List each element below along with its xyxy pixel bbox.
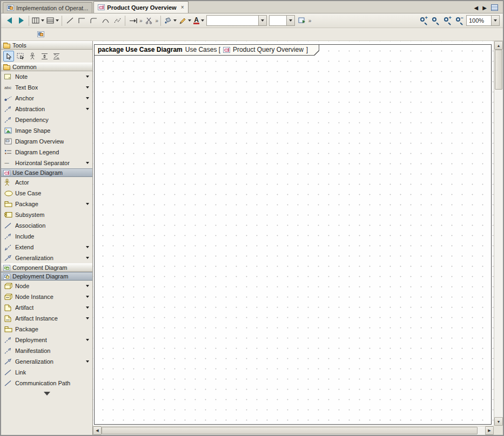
horizontal-scrollbar-track[interactable] <box>102 426 485 435</box>
palette-item-extend[interactable]: Extend <box>1 242 92 253</box>
scroll-down-button[interactable]: ▼ <box>494 417 503 426</box>
combo-dropdown-button[interactable] <box>286 16 294 25</box>
combo-dropdown-button[interactable] <box>491 16 499 25</box>
overflow-icon[interactable]: » <box>156 18 159 24</box>
chevron-down-icon[interactable] <box>173 19 177 22</box>
chevron-down-icon[interactable] <box>86 339 89 341</box>
palette-item-package[interactable]: Package <box>1 199 92 209</box>
diagram-list-icon[interactable] <box>491 4 498 11</box>
scroll-left-button[interactable]: ◀ <box>93 426 102 435</box>
zoom-level-combo[interactable]: 100% <box>466 15 500 26</box>
chevron-down-icon[interactable] <box>86 203 89 205</box>
palette-item-artifact[interactable]: Artifact <box>1 302 92 313</box>
palette-item-diagram-overview[interactable]: Diagram Overview <box>1 136 92 147</box>
back-button[interactable] <box>3 15 15 26</box>
chevron-down-icon[interactable] <box>86 86 89 88</box>
scroll-right-button[interactable]: ▶ <box>485 426 494 435</box>
next-tab-button[interactable]: ▶ <box>482 5 487 11</box>
scroll-up-button[interactable]: ▲ <box>494 41 503 50</box>
horizontal-swimlanes-button[interactable] <box>45 15 60 26</box>
curved-path-button[interactable] <box>99 15 111 26</box>
horizontal-scrollbar-thumb[interactable] <box>102 427 478 434</box>
chevron-down-icon[interactable] <box>86 162 89 164</box>
oblique-path-button[interactable] <box>64 15 76 26</box>
palette-item-use-case[interactable]: Use Case <box>1 188 92 199</box>
palette-section-deployment-diagram[interactable]: Deployment Diagram <box>1 272 92 281</box>
previous-tab-button[interactable]: ◀ <box>474 5 479 11</box>
fit-in-window-button[interactable]: + <box>418 15 429 26</box>
chevron-down-icon[interactable] <box>86 108 89 110</box>
vertical-scrollbar-track[interactable] <box>494 50 503 417</box>
close-tab-icon[interactable]: × <box>181 4 184 10</box>
palette-item-link[interactable]: Link <box>1 367 92 378</box>
palette-item-deployment[interactable]: Deployment <box>1 335 92 345</box>
chevron-down-icon[interactable] <box>86 257 89 259</box>
chevron-down-icon[interactable] <box>86 246 89 248</box>
diagram-options-button[interactable] <box>35 29 46 40</box>
vertical-swimlanes-button[interactable] <box>31 15 45 26</box>
save-as-image-button[interactable] <box>296 15 308 26</box>
palette-section-common[interactable]: Common <box>1 63 92 71</box>
chevron-down-icon[interactable] <box>86 296 89 298</box>
palette-item-deployment-generalization[interactable]: Generalization <box>1 356 92 367</box>
palette-scroll-down-button[interactable] <box>1 390 92 397</box>
font-family-combo[interactable] <box>206 15 267 26</box>
marquee-tool-button[interactable] <box>15 51 26 62</box>
palette-item-include[interactable]: Include <box>1 231 92 242</box>
palette-item-generalization[interactable]: Generalization <box>1 253 92 263</box>
chevron-down-icon[interactable] <box>86 285 89 287</box>
fill-color-button[interactable] <box>163 15 178 26</box>
pointer-tool-button[interactable] <box>3 51 14 62</box>
vertical-scrollbar-thumb[interactable] <box>495 50 502 90</box>
stamp-tool-button[interactable] <box>27 51 38 62</box>
rounded-path-button[interactable] <box>88 15 99 26</box>
overflow-icon[interactable]: » <box>139 18 143 24</box>
chevron-down-icon[interactable] <box>201 19 204 22</box>
palette-item-association[interactable]: Association <box>1 220 92 231</box>
zoom-one-to-one-button[interactable] <box>429 15 441 26</box>
chevron-down-icon[interactable] <box>86 317 89 319</box>
palette-item-node[interactable]: Node <box>1 281 92 291</box>
dependent-elements-button[interactable] <box>127 15 139 26</box>
palette-item-anchor[interactable]: Anchor <box>1 93 92 104</box>
vertical-scrollbar[interactable]: ▲ ▼ <box>494 41 503 426</box>
palette-item-dependency[interactable]: Dependency <box>1 114 92 125</box>
palette-item-deployment-package[interactable]: Package <box>1 324 92 335</box>
palette-item-actor[interactable]: Actor <box>1 177 92 188</box>
chevron-down-icon[interactable] <box>41 19 44 22</box>
refactor-cut-button[interactable] <box>143 15 155 26</box>
palette-item-subsystem[interactable]: Subsystem <box>1 209 92 220</box>
palette-item-horizontal-separator[interactable]: ---- Horizontal Separator <box>1 158 92 168</box>
font-color-button[interactable]: A <box>192 15 205 26</box>
overflow-icon[interactable]: » <box>308 18 312 24</box>
palette-item-artifact-instance[interactable]: Artifact Instance <box>1 313 92 324</box>
palette-item-manifestation[interactable]: Manifestation <box>1 345 92 356</box>
spline-path-button[interactable] <box>111 15 123 26</box>
font-size-combo[interactable] <box>269 15 295 26</box>
chevron-down-icon[interactable] <box>188 19 191 22</box>
rectilinear-path-button[interactable] <box>76 15 88 26</box>
horizontal-scrollbar[interactable]: ◀ ▶ <box>93 426 494 435</box>
palette-section-component-diagram[interactable]: Component Diagram <box>1 263 92 272</box>
tab-product-query-overview[interactable]: Product Query Overview × <box>93 1 188 13</box>
chevron-down-icon[interactable] <box>86 360 89 363</box>
combo-dropdown-button[interactable] <box>258 16 266 25</box>
palette-section-use-case-diagram[interactable]: Use Case Diagram <box>1 168 92 177</box>
chevron-down-icon[interactable] <box>56 19 59 22</box>
chevron-down-icon[interactable] <box>86 97 89 99</box>
palette-item-note[interactable]: Note <box>1 71 92 82</box>
palette-item-node-instance[interactable]: Node Instance <box>1 291 92 302</box>
zoom-out-button[interactable]: − <box>453 15 465 26</box>
diagram-canvas[interactable]: package Use Case Diagram Use Cases [ Pro… <box>93 41 494 426</box>
palette-item-image-shape[interactable]: Image Shape <box>1 125 92 136</box>
chevron-down-icon[interactable] <box>86 306 89 309</box>
forward-button[interactable] <box>15 15 27 26</box>
palette-item-text-box[interactable]: abc Text Box <box>1 82 92 93</box>
vertical-tree-tool-button[interactable] <box>39 51 50 62</box>
palette-item-communication-path[interactable]: Communication Path <box>1 378 92 389</box>
zoom-in-button[interactable]: + <box>441 15 453 26</box>
tab-implementation-of-operations[interactable]: Implementation of Operat... <box>3 2 92 13</box>
palette-item-abstraction[interactable]: Abstraction <box>1 104 92 114</box>
horizontal-tree-tool-button[interactable] <box>51 51 62 62</box>
palette-item-diagram-legend[interactable]: Diagram Legend <box>1 147 92 158</box>
